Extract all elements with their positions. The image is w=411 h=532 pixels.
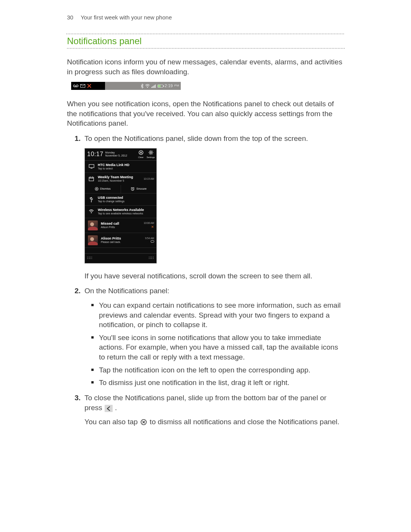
step-3-line-2: You can also tap to dismiss all notifica… [84,417,345,427]
avatar [88,220,98,230]
step-2-intro: On the Notifications panel: [84,286,345,296]
calendar-icon [88,176,95,181]
back-icon [105,405,113,412]
svg-point-28 [90,197,91,198]
bluetooth-icon [141,84,143,88]
rule-top [66,34,344,34]
message-icon [145,240,154,243]
svg-line-18 [149,153,150,154]
notifications-panel-figure: 10:17 Monday November 5, 2012 Clear [84,148,157,264]
running-header: 30 Your first week with your new phone [67,14,345,21]
notification-row-usb[interactable]: USB connectedTap to change settings [85,193,156,206]
svg-line-17 [152,151,153,152]
svg-point-4 [147,87,148,88]
svg-rect-8 [155,85,156,88]
notification-row-media-link[interactable]: HTC Media Link HDTap to select [85,161,156,173]
notification-row-message[interactable]: Alison PrittsPlease call back. 9:54 AM [85,233,156,248]
clear-button[interactable]: Clear [136,150,146,159]
signal-icon [151,84,156,88]
panel-handle[interactable] [85,253,156,263]
svg-point-0 [73,85,75,87]
avatar [88,235,98,245]
svg-rect-29 [92,198,93,199]
clear-all-icon [140,419,147,425]
step-2-bullet-1: You can expand certain notifications to … [99,300,345,330]
section-title: Notifications panel [67,35,143,47]
warn-icon: ✕ [144,225,154,229]
battery-icon [158,85,163,88]
svg-point-27 [91,201,92,202]
wifi-icon [145,84,150,88]
notification-row-meeting[interactable]: Weekly Team Meeting10:15am, November 5 1… [85,173,156,185]
missed-call-icon [87,84,91,88]
step-2-bullet-4: To dismiss just one notification in the … [99,378,345,388]
voicemail-icon [73,84,78,88]
step-2-bullet-3: Tap the notification icon on the left to… [99,365,345,375]
status-time: 2:19 [165,83,173,89]
header-breadcrumb: Your first week with your new phone [81,14,172,21]
svg-rect-5 [151,87,152,88]
status-ampm: PM [174,84,179,88]
mail-icon [80,84,85,88]
snooze-button[interactable]: Snooze [121,185,157,193]
notification-row-wifi[interactable]: Wireless Networks AvailableTap to see av… [85,206,156,218]
after-statusbar-paragraph: When you see notification icons, open th… [67,99,345,128]
svg-point-1 [76,85,78,87]
rule-under [67,48,345,49]
status-bar-figure: 2:19PM [71,82,181,90]
panel-clock: 10:17 [87,151,104,158]
svg-rect-7 [154,85,155,88]
step-2-bullet-2: You'll see icons in some notifications t… [99,333,345,362]
panel-day: Monday [105,151,115,154]
wifi-icon [88,209,95,214]
svg-rect-19 [89,165,94,168]
svg-point-30 [91,212,92,214]
page-number: 30 [67,14,79,21]
notification-row-missed-call[interactable]: Missed callAlison Pritts 10:08 AM✕ [85,218,156,233]
svg-line-16 [152,153,153,154]
svg-rect-21 [89,177,94,181]
settings-button[interactable]: Settings [146,150,156,159]
dismiss-button[interactable]: Dismiss [85,185,121,193]
panel-date: November 5, 2012 [105,154,127,157]
monitor-icon [88,164,95,169]
svg-rect-31 [151,241,154,243]
svg-point-10 [150,152,151,153]
intro-paragraph: Notification icons inform you of new mes… [67,57,345,77]
step-1-text: To open the Notifications panel, slide d… [84,134,345,144]
usb-icon [88,197,95,202]
scroll-hint: If you have several notifications, scrol… [84,271,345,281]
step-3-line-1: To close the Notifications panel, slide … [84,393,345,412]
svg-rect-6 [153,86,153,88]
svg-line-15 [149,151,150,152]
